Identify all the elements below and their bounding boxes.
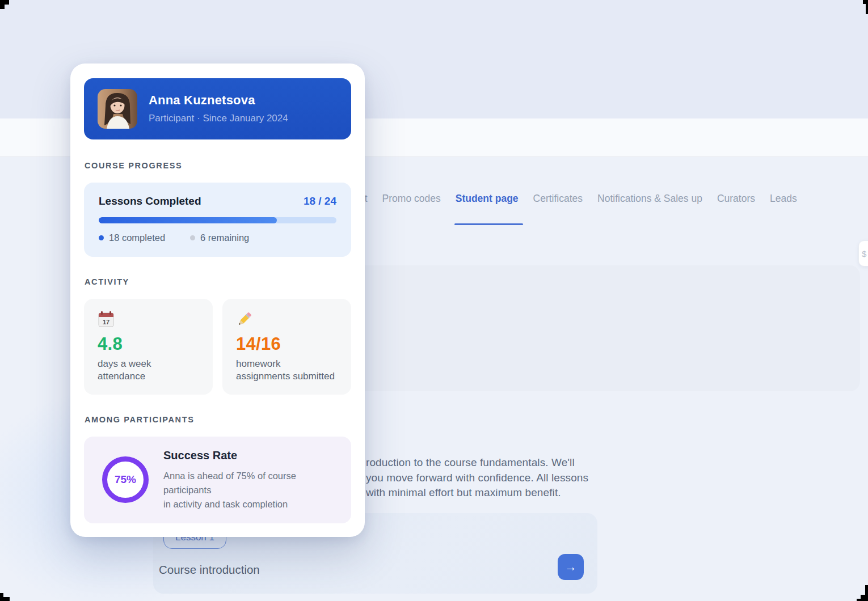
- tab-notifications-sales[interactable]: Notifications & Sales up: [597, 193, 702, 213]
- profile-header: Anna Kuznetsova Participant · Since Janu…: [84, 78, 351, 139]
- attendance-caption: days a week attendance: [98, 358, 151, 383]
- arrow-right-icon: →: [565, 560, 577, 574]
- student-profile-modal: Anna Kuznetsova Participant · Since Janu…: [70, 64, 365, 537]
- success-rate-description: Anna is ahead of 75% of course participa…: [163, 469, 315, 511]
- avatar-image: [98, 89, 137, 129]
- attendance-card: 17 4.8 days a week attendance: [84, 299, 213, 395]
- crop-mark: [0, 597, 10, 601]
- crop-mark: [0, 0, 9, 5]
- legend-remaining-label: 6 remaining: [200, 232, 249, 243]
- attendance-value: 4.8: [98, 334, 123, 354]
- description-line: roduction to the course fundamentals. We…: [366, 455, 588, 471]
- course-description: roduction to the course fundamentals. We…: [366, 455, 588, 501]
- success-rate-title: Success Rate: [163, 449, 237, 462]
- tab-bar: nt Promo codes Student page Certificates…: [359, 193, 797, 213]
- success-ring-chart: 75%: [102, 456, 149, 503]
- legend-remaining: 6 remaining: [190, 232, 249, 243]
- section-label-among-participants: AMONG PARTICIPANTS: [85, 415, 194, 424]
- student-name: Anna Kuznetsova: [149, 93, 255, 108]
- crop-mark: [0, 5, 5, 9]
- gray-dot-icon: [190, 235, 195, 240]
- description-line: you move forward with confidence. All le…: [366, 471, 588, 486]
- progress-bar-fill: [99, 217, 277, 223]
- homework-card: 14/16 homework assignments submitted: [222, 299, 351, 395]
- tab-curators[interactable]: Curators: [717, 193, 755, 213]
- avatar: [98, 89, 137, 129]
- section-label-activity: ACTIVITY: [85, 277, 129, 286]
- svg-text:17: 17: [103, 319, 109, 325]
- progress-bar-track: [99, 217, 336, 223]
- blue-dot-icon: [99, 235, 104, 240]
- tab-student-page[interactable]: Student page: [456, 193, 519, 213]
- progress-value: 18 / 24: [304, 195, 336, 208]
- crop-mark: [863, 0, 868, 4]
- progress-legend: 18 completed 6 remaining: [99, 232, 249, 243]
- student-subtitle: Participant · Since January 2024: [149, 113, 288, 124]
- tab-promo-codes[interactable]: Promo codes: [382, 193, 441, 213]
- crop-mark: [857, 599, 868, 601]
- success-percent: 75%: [115, 473, 136, 486]
- screen: nt Promo codes Student page Certificates…: [0, 0, 868, 601]
- crop-mark: [866, 4, 868, 14]
- success-rate-card: 75% Success Rate Anna is ahead of 75% of…: [84, 437, 351, 523]
- edge-cutoff-button[interactable]: $: [858, 240, 868, 266]
- calendar-icon: 17: [98, 311, 115, 328]
- pencil-icon: [236, 311, 253, 328]
- lesson-title: Course introduction: [159, 563, 260, 577]
- description-line: with minimal effort but maximum benefit.: [366, 485, 588, 501]
- homework-caption: homework assignments submitted: [236, 358, 335, 383]
- legend-completed: 18 completed: [99, 232, 165, 243]
- legend-completed-label: 18 completed: [109, 232, 165, 243]
- progress-title: Lessons Completed: [99, 195, 201, 208]
- section-label-course-progress: COURSE PROGRESS: [85, 161, 182, 170]
- tab-leads[interactable]: Leads: [770, 193, 797, 213]
- progress-card: Lessons Completed 18 / 24 18 completed 6…: [84, 183, 351, 257]
- homework-value: 14/16: [236, 334, 281, 354]
- tab-certificates[interactable]: Certificates: [533, 193, 583, 213]
- lesson-open-button[interactable]: →: [558, 554, 584, 580]
